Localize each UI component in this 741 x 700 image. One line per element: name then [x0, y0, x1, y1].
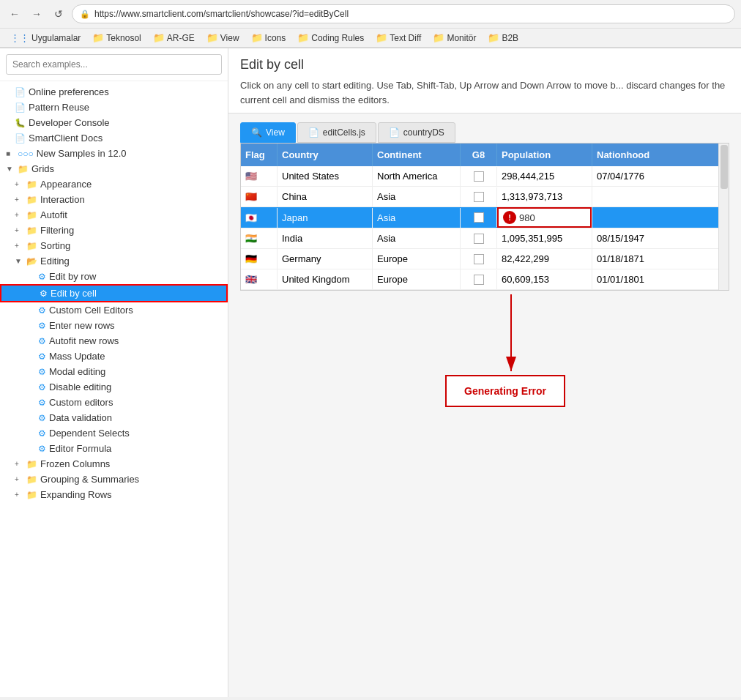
cell-population[interactable]: 1,095,351,995: [497, 228, 592, 248]
content-area: Edit by cell Click on any cell to start …: [228, 48, 741, 697]
sidebar-item-dev-console[interactable]: 🐛 Developer Console: [0, 115, 228, 130]
cell-continent[interactable]: Europe: [373, 269, 461, 289]
bookmark-text-diff[interactable]: 📁 Text Diff: [371, 31, 425, 45]
cell-g8[interactable]: [461, 229, 497, 248]
lock-icon: 🔒: [80, 10, 90, 19]
sidebar-item-data-validation[interactable]: ⚙ Data validation: [0, 410, 228, 425]
table-row[interactable]: 🇯🇵 Japan Asia ! 980: [241, 207, 718, 228]
vertical-scrollbar[interactable]: [718, 144, 729, 290]
table-row[interactable]: 🇺🇸 United States North America 298,444,2…: [241, 166, 718, 187]
sidebar-item-frozen-columns[interactable]: + 📁 Frozen Columns: [0, 456, 228, 472]
bookmark-monitor[interactable]: 📁 Monitör: [428, 31, 480, 45]
sidebar-item-enter-new-rows[interactable]: ⚙ Enter new rows: [0, 318, 228, 333]
cell-nationhood[interactable]: 08/15/1947: [592, 228, 680, 248]
sidebar-item-edit-by-cell[interactable]: ⚙ Edit by cell: [0, 284, 228, 302]
cell-continent[interactable]: Asia: [373, 187, 461, 206]
sidebar-item-edit-by-row[interactable]: ⚙ Edit by row: [0, 269, 228, 284]
sidebar-item-custom-cell-editors[interactable]: ⚙ Custom Cell Editors: [0, 302, 228, 318]
cell-population[interactable]: 60,609,153: [497, 269, 592, 289]
cell-continent[interactable]: Asia: [373, 208, 461, 228]
checkbox[interactable]: [474, 275, 484, 285]
bookmark-coding-rules[interactable]: 📁 Coding Rules: [293, 31, 368, 45]
sidebar-item-appearance[interactable]: + 📁 Appearance: [0, 176, 228, 192]
expand-icon: +: [15, 242, 25, 250]
table-row[interactable]: 🇬🇧 United Kingdom Europe 60,609,153 01/0…: [241, 269, 718, 290]
sidebar-item-custom-editors[interactable]: ⚙ Custom editors: [0, 395, 228, 410]
bookmark-b2b[interactable]: 📁 B2B: [483, 31, 523, 45]
forward-button[interactable]: →: [28, 5, 45, 23]
bookmark-arge[interactable]: 📁 AR-GE: [149, 31, 199, 45]
cell-g8[interactable]: [461, 167, 497, 186]
cell-country[interactable]: India: [278, 228, 373, 248]
tab-editcells[interactable]: 📄 editCells.js: [297, 122, 376, 143]
cell-nationhood[interactable]: 01/18/1871: [592, 249, 680, 269]
browser-chrome: ← → ↺ 🔒 https://www.smartclient.com/smar…: [0, 0, 741, 48]
sidebar-item-disable-editing[interactable]: ⚙ Disable editing: [0, 379, 228, 395]
content-header: Edit by cell Click on any cell to start …: [228, 48, 741, 113]
gear-icon: ⚙: [38, 367, 46, 377]
sidebar-item-dependent-selects[interactable]: ⚙ Dependent Selects: [0, 425, 228, 441]
cell-population[interactable]: 1,313,973,713: [497, 187, 592, 206]
cell-country[interactable]: China: [278, 187, 373, 206]
address-bar[interactable]: 🔒 https://www.smartclient.com/smartclien…: [72, 4, 735, 23]
sidebar-item-grouping[interactable]: + 📁 Grouping & Summaries: [0, 472, 228, 487]
bookmark-icons[interactable]: 📁 Icons: [247, 31, 291, 45]
sidebar-item-autofit-new-rows[interactable]: ⚙ Autofit new rows: [0, 333, 228, 349]
tab-countryds[interactable]: 📄 countryDS: [378, 122, 455, 143]
checkbox[interactable]: [474, 254, 484, 264]
description-text: Click on any cell to start editing. Use …: [240, 78, 729, 107]
cell-population-error[interactable]: ! 980: [497, 207, 592, 228]
folder-icon: 📁: [297, 32, 309, 43]
cell-population[interactable]: 298,444,215: [497, 166, 592, 186]
checkbox[interactable]: [474, 171, 484, 182]
folder-icon: 📁: [92, 32, 104, 43]
sidebar-item-editing[interactable]: ▼ 📂 Editing: [0, 253, 228, 269]
expand-icon: +: [15, 475, 25, 483]
table-row[interactable]: 🇮🇳 India Asia 1,095,351,995 08/15/1947: [241, 228, 718, 249]
sidebar-item-filtering[interactable]: + 📁 Filtering: [0, 223, 228, 238]
sidebar-item-grids[interactable]: ▼ 📁 Grids: [0, 161, 228, 176]
bookmark-view[interactable]: 📁 View: [202, 31, 244, 45]
checkbox[interactable]: [474, 192, 484, 202]
cell-country[interactable]: Germany: [278, 249, 373, 269]
sidebar-item-mass-update[interactable]: ⚙ Mass Update: [0, 349, 228, 364]
cell-continent[interactable]: Asia: [373, 228, 461, 248]
sidebar-item-editor-formula[interactable]: ⚙ Editor Formula: [0, 441, 228, 456]
sidebar-item-interaction[interactable]: + 📁 Interaction: [0, 192, 228, 207]
sidebar-item-autofit[interactable]: + 📁 Autofit: [0, 207, 228, 223]
cell-country[interactable]: United Kingdom: [278, 269, 373, 289]
tab-view[interactable]: 🔍 View: [240, 122, 296, 143]
checkbox[interactable]: [474, 212, 484, 223]
cell-population[interactable]: 82,422,299: [497, 249, 592, 269]
cell-nationhood[interactable]: [592, 213, 680, 222]
refresh-button[interactable]: ↺: [50, 5, 67, 23]
checkbox[interactable]: [474, 234, 484, 244]
cell-g8[interactable]: [461, 208, 497, 227]
cell-country[interactable]: Japan: [278, 208, 373, 228]
cell-continent[interactable]: Europe: [373, 249, 461, 269]
sidebar-item-modal-editing[interactable]: ⚙ Modal editing: [0, 364, 228, 379]
back-button[interactable]: ←: [6, 5, 23, 23]
search-input[interactable]: [6, 54, 222, 75]
cell-nationhood[interactable]: 01/01/1801: [592, 269, 680, 289]
sidebar-item-expanding-rows[interactable]: + 📁 Expanding Rows: [0, 487, 228, 502]
scrollbar-thumb[interactable]: [720, 145, 728, 189]
table-row[interactable]: 🇨🇳 China Asia 1,313,973,713: [241, 187, 718, 207]
sidebar-item-smartclient-docs[interactable]: 📄 SmartClient Docs: [0, 130, 228, 146]
table-row[interactable]: 🇩🇪 Germany Europe 82,422,299 01/18/1871: [241, 249, 718, 269]
cell-g8[interactable]: [461, 187, 497, 206]
cell-nationhood[interactable]: [592, 193, 680, 201]
col-header-flag: Flag: [241, 144, 278, 166]
error-cell: ! 980: [497, 207, 592, 228]
bookmark-uygulamalar[interactable]: ⋮⋮ Uygulamalar: [6, 31, 85, 45]
cell-continent[interactable]: North America: [373, 166, 461, 186]
cell-g8[interactable]: [461, 250, 497, 269]
sidebar-item-online-prefs[interactable]: 📄 Online preferences: [0, 84, 228, 100]
sidebar-item-pattern-reuse[interactable]: 📄 Pattern Reuse: [0, 100, 228, 115]
bookmark-teknosol[interactable]: 📁 Teknosol: [88, 31, 145, 45]
sidebar-item-new-samples[interactable]: ■ ○○○ New Samples in 12.0: [0, 146, 228, 161]
cell-country[interactable]: United States: [278, 166, 373, 186]
sidebar-item-sorting[interactable]: + 📁 Sorting: [0, 238, 228, 253]
cell-nationhood[interactable]: 07/04/1776: [592, 166, 680, 186]
cell-g8[interactable]: [461, 270, 497, 289]
